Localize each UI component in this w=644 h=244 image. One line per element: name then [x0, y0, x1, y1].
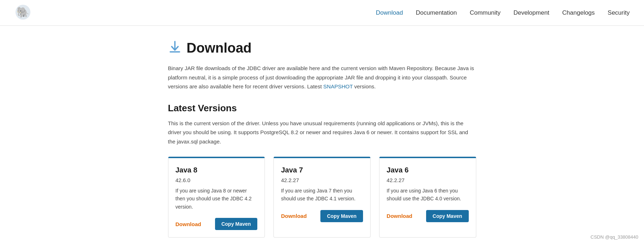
nav-item-changelogs[interactable]: Changelogs [562, 9, 595, 16]
download-button-java7[interactable]: Download [281, 213, 307, 219]
card-actions-java8: Download Copy Maven [176, 218, 258, 230]
version-card-java8: Java 8 42.6.0 If you are using Java 8 or… [168, 157, 265, 238]
card-version-java6: 42.2.27 [387, 177, 469, 183]
download-icon [168, 40, 182, 56]
nav-link-development[interactable]: Development [514, 9, 549, 16]
card-actions-java6: Download Copy Maven [387, 210, 469, 222]
card-title-java8: Java 8 [176, 166, 258, 174]
download-button-java6[interactable]: Download [387, 213, 412, 219]
page-title: Download [187, 40, 252, 56]
version-card-java6: Java 6 42.2.27 If you are using Java 6 t… [379, 157, 476, 238]
nav-item-development[interactable]: Development [514, 9, 549, 16]
card-actions-java7: Download Copy Maven [281, 210, 363, 222]
intro-paragraph: Binary JAR file downloads of the JDBC dr… [168, 64, 476, 91]
card-desc-java6: If you are using Java 6 then you should … [387, 187, 469, 203]
nav-item-download[interactable]: Download [376, 9, 403, 16]
logo[interactable]: 🐘 [14, 4, 32, 22]
copy-maven-button-java7[interactable]: Copy Maven [320, 210, 363, 222]
card-version-java8: 42.6.0 [176, 177, 258, 183]
svg-text:🐘: 🐘 [16, 6, 29, 19]
nav-item-documentation[interactable]: Documentation [416, 9, 457, 16]
watermark: CSDN @qq_33808440 [591, 234, 638, 240]
copy-maven-button-java8[interactable]: Copy Maven [215, 218, 257, 230]
card-version-java7: 42.2.27 [281, 177, 363, 183]
version-card-java7: Java 7 42.2.27 If you are using Java 7 t… [273, 157, 371, 238]
nav-link-documentation[interactable]: Documentation [416, 9, 457, 16]
main-content: Download Binary JAR file downloads of th… [161, 26, 483, 244]
page-title-row: Download [168, 40, 476, 56]
nav-item-security[interactable]: Security [608, 9, 630, 16]
intro-text-before-link: Binary JAR file downloads of the JDBC dr… [168, 65, 474, 89]
card-desc-java8: If you are using Java 8 or newer then yo… [176, 187, 258, 211]
navbar: 🐘 Download Documentation Community Devel… [0, 0, 644, 26]
nav-link-changelogs[interactable]: Changelogs [562, 9, 595, 16]
card-title-java7: Java 7 [281, 166, 363, 174]
logo-icon: 🐘 [14, 4, 32, 21]
version-cards-row: Java 8 42.6.0 If you are using Java 8 or… [168, 157, 476, 238]
snapshot-link[interactable]: SNAPSHOT [323, 83, 353, 89]
intro-text-after-link: versions. [353, 83, 376, 89]
nav-link-community[interactable]: Community [470, 9, 501, 16]
latest-versions-desc: This is the current version of the drive… [168, 119, 476, 146]
latest-versions-heading: Latest Versions [168, 103, 476, 114]
copy-maven-button-java6[interactable]: Copy Maven [426, 210, 468, 222]
nav-item-community[interactable]: Community [470, 9, 501, 16]
card-title-java6: Java 6 [387, 166, 469, 174]
nav-link-security[interactable]: Security [608, 9, 630, 16]
card-desc-java7: If you are using Java 7 then you should … [281, 187, 363, 203]
nav-links: Download Documentation Community Develop… [376, 9, 630, 16]
nav-link-download[interactable]: Download [376, 9, 403, 16]
download-button-java8[interactable]: Download [176, 221, 201, 227]
